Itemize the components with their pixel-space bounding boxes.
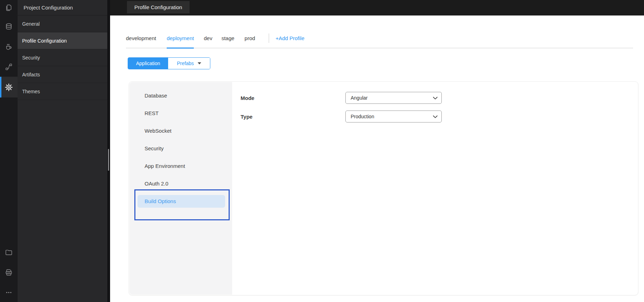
sidebar-item-artifacts[interactable]: Artifacts <box>18 66 107 83</box>
mode-select[interactable]: Angular <box>345 92 442 104</box>
tab-prod[interactable]: prod <box>244 32 255 48</box>
sidebar-scrollbar-track[interactable] <box>107 0 110 302</box>
prefabs-caret-icon <box>198 62 201 64</box>
logs-icon[interactable]: LOG <box>0 265 18 280</box>
chevron-down-icon <box>433 97 438 100</box>
sidebar-item-general[interactable]: General <box>18 15 107 32</box>
file-explorer-icon[interactable] <box>0 245 18 260</box>
type-label: Type <box>241 114 253 120</box>
section-item-websocket[interactable]: WebSocket <box>129 122 232 140</box>
sidebar-scrollbar-thumb[interactable] <box>108 149 109 171</box>
section-item-database[interactable]: Database <box>129 87 232 105</box>
prefabs-button[interactable]: Prefabs <box>168 58 210 69</box>
sidebar-item-security[interactable]: Security <box>18 49 107 66</box>
main-content: Profile Configuration development deploy… <box>110 0 644 302</box>
tab-dev[interactable]: dev <box>204 32 212 48</box>
tabs-divider <box>269 33 269 43</box>
tab-stage[interactable]: stage <box>222 32 235 48</box>
add-profile-button[interactable]: +Add Profile <box>275 32 304 41</box>
pages-icon[interactable] <box>0 0 18 15</box>
project-configuration-sidebar: Project Configuration General Profile Co… <box>18 0 107 302</box>
type-select-value: Production <box>351 114 374 119</box>
logs-icon-label: LOG <box>7 272 11 273</box>
application-button[interactable]: Application <box>128 58 168 69</box>
config-sections-panel: Database REST WebSocket Security App Env… <box>129 82 232 295</box>
more-icon[interactable] <box>0 285 18 300</box>
chevron-down-icon <box>433 115 438 118</box>
mode-select-value: Angular <box>351 95 368 101</box>
settings-icon-active[interactable] <box>0 77 18 97</box>
section-item-security[interactable]: Security <box>129 140 232 157</box>
process-flow-icon[interactable] <box>0 59 18 75</box>
type-select[interactable]: Production <box>345 111 442 122</box>
tab-development[interactable]: development <box>126 32 156 48</box>
section-item-rest[interactable]: REST <box>129 105 232 122</box>
scope-switch: Application Prefabs <box>128 57 210 69</box>
prefabs-button-label: Prefabs <box>177 61 194 66</box>
section-item-build-options-label: Build Options <box>138 195 225 208</box>
header-tab-profile-configuration[interactable]: Profile Configuration <box>127 1 190 13</box>
section-item-oauth[interactable]: OAuth 2.0 <box>129 175 232 193</box>
section-item-build-options[interactable]: Build Options <box>129 195 232 213</box>
deployment-config-card: Database REST WebSocket Security App Env… <box>129 81 638 295</box>
java-services-icon[interactable] <box>0 39 18 55</box>
tab-deployment[interactable]: deployment <box>167 32 194 48</box>
mode-label: Mode <box>241 95 254 101</box>
icon-rail: LOG <box>0 0 18 302</box>
section-item-app-environment[interactable]: App Environment <box>129 157 232 175</box>
database-icon[interactable] <box>0 19 18 34</box>
sidebar-item-themes[interactable]: Themes <box>18 83 107 100</box>
profile-tabs: development deployment dev stage prod +A… <box>126 32 633 48</box>
sidebar-title: Project Configuration <box>18 0 107 15</box>
sidebar-item-profile-configuration[interactable]: Profile Configuration <box>18 32 107 49</box>
top-header-bar: Profile Configuration <box>110 0 644 15</box>
